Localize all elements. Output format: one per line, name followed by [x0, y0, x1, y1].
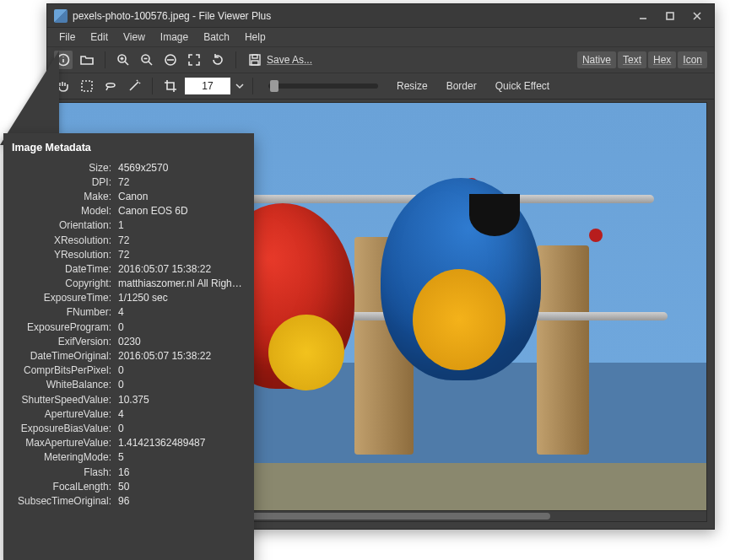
metadata-key: Size:	[10, 160, 116, 175]
viewtab-icon[interactable]: Icon	[678, 51, 707, 68]
metadata-value: 1/1250 sec	[116, 291, 244, 305]
metadata-row: WhiteBalance:0	[10, 378, 244, 392]
crop-tool-icon[interactable]	[161, 77, 180, 95]
zoom-in-icon[interactable]	[114, 51, 132, 69]
metadata-value: Canon EOS 6D	[116, 204, 244, 218]
menu-view[interactable]: View	[116, 30, 152, 45]
lasso-tool-icon[interactable]	[101, 77, 120, 95]
view-mode-tabs: Native Text Hex Icon	[577, 51, 707, 68]
svg-point-6	[62, 57, 63, 57]
toolbar-main: Save As... Native Text Hex Icon	[47, 46, 714, 73]
metadata-row: FocalLength:50	[10, 479, 244, 493]
metadata-row: MeteringMode:5	[10, 450, 244, 465]
marquee-tool-icon[interactable]	[78, 77, 96, 95]
metadata-value: 1	[116, 218, 244, 233]
menu-help[interactable]: Help	[238, 30, 273, 45]
metadata-panel: Image Metadata Size:4569x2570DPI:72Make:…	[3, 133, 254, 560]
quick-effect-button[interactable]: Quick Effect	[489, 78, 556, 94]
metadata-key: WhiteBalance:	[10, 378, 116, 392]
metadata-row: ExposureTime:1/1250 sec	[10, 291, 244, 305]
dropdown-caret-icon[interactable]	[235, 82, 244, 90]
metadata-key: MaxApertureValue:	[10, 436, 116, 450]
metadata-key: ExposureTime:	[10, 291, 116, 305]
parrot-blue	[381, 178, 541, 380]
metadata-value: 0	[116, 320, 244, 334]
metadata-key: ShutterSpeedValue:	[10, 392, 116, 407]
app-icon	[54, 9, 68, 23]
metadata-value: 1.41421362489487	[116, 436, 244, 450]
svg-rect-18	[251, 61, 258, 65]
viewtab-hex[interactable]: Hex	[648, 51, 676, 68]
callout-wedge	[0, 51, 59, 145]
metadata-key: FocalLength:	[10, 479, 116, 493]
fullscreen-icon[interactable]	[185, 51, 203, 69]
menu-file[interactable]: File	[52, 30, 82, 45]
metadata-value: 72	[116, 233, 244, 247]
menu-edit[interactable]: Edit	[84, 30, 115, 45]
metadata-key: Orientation:	[10, 218, 116, 233]
titlebar: pexels-photo-100576.jpeg - File Viewer P…	[47, 4, 714, 28]
close-button[interactable]	[684, 7, 711, 25]
zoom-out-icon[interactable]	[138, 51, 156, 69]
metadata-key: ExifVersion:	[10, 334, 116, 348]
metadata-value: 4	[116, 305, 244, 320]
separator	[235, 51, 236, 68]
maximize-button[interactable]	[657, 7, 684, 25]
metadata-row: YResolution:72	[10, 247, 244, 261]
metadata-key: ApertureValue:	[10, 407, 116, 421]
metadata-value: 10.375	[116, 392, 244, 407]
metadata-row: ExposureBiasValue:0	[10, 421, 244, 435]
resize-button[interactable]: Resize	[390, 78, 435, 94]
metadata-row: ComprBitsPerPixel:0	[10, 363, 244, 378]
metadata-key: YResolution:	[10, 247, 116, 261]
viewtab-text[interactable]: Text	[618, 51, 646, 68]
save-as-button[interactable]: Save As...	[245, 53, 316, 67]
metadata-value: 72	[116, 175, 244, 189]
metadata-value: 96	[116, 493, 244, 508]
metadata-key: ExposureProgram:	[10, 320, 116, 334]
metadata-row: SubsecTimeOriginal:96	[10, 493, 244, 508]
metadata-value: 4569x2570	[116, 160, 244, 175]
metadata-row: ExposureProgram:0	[10, 320, 244, 334]
wand-tool-icon[interactable]	[125, 77, 143, 95]
toolbar-image: Resize Border Quick Effect	[47, 73, 714, 100]
metadata-row: XResolution:72	[10, 233, 244, 247]
metadata-key: DateTime:	[10, 261, 116, 276]
svg-rect-1	[667, 13, 673, 19]
metadata-key: DPI:	[10, 175, 116, 189]
metadata-key: DateTimeOriginal:	[10, 348, 116, 363]
zoom-fit-icon[interactable]	[161, 51, 180, 69]
metadata-value: 2016:05:07 15:38:22	[116, 348, 244, 363]
svg-rect-17	[252, 55, 257, 58]
slider-thumb[interactable]	[270, 80, 278, 92]
size-slider[interactable]	[268, 83, 378, 89]
metadata-row: Size:4569x2570	[10, 160, 244, 175]
menu-batch[interactable]: Batch	[197, 30, 236, 45]
metadata-value: 0	[116, 378, 244, 392]
metadata-row: Model:Canon EOS 6D	[10, 204, 244, 218]
separator	[252, 78, 253, 94]
menu-image[interactable]: Image	[154, 30, 195, 45]
metadata-value: matthiaszomer.nl All Rights Res	[116, 277, 244, 291]
metadata-row: DPI:72	[10, 175, 244, 189]
crop-value-input[interactable]	[185, 78, 230, 94]
metadata-value: 2016:05:07 15:38:22	[116, 261, 244, 276]
border-button[interactable]: Border	[440, 78, 484, 94]
metadata-value: 50	[116, 479, 244, 493]
minimize-button[interactable]	[630, 7, 657, 25]
metadata-row: DateTime:2016:05:07 15:38:22	[10, 261, 244, 276]
metadata-table: Size:4569x2570DPI:72Make:CanonModel:Cano…	[10, 160, 244, 509]
metadata-value: 72	[116, 247, 244, 261]
metadata-row: Make:Canon	[10, 189, 244, 203]
metadata-key: ComprBitsPerPixel:	[10, 363, 116, 378]
metadata-value: 5	[116, 450, 244, 465]
metadata-title: Image Metadata	[12, 142, 244, 153]
open-folder-icon[interactable]	[78, 51, 96, 69]
viewtab-native[interactable]: Native	[577, 51, 616, 68]
menubar: File Edit View Image Batch Help	[47, 28, 714, 46]
rotate-icon[interactable]	[208, 51, 227, 69]
metadata-key: SubsecTimeOriginal:	[10, 493, 116, 508]
metadata-value: Canon	[116, 189, 244, 203]
metadata-row: Copyright:matthiaszomer.nl All Rights Re…	[10, 277, 244, 291]
metadata-key: Model:	[10, 204, 116, 218]
